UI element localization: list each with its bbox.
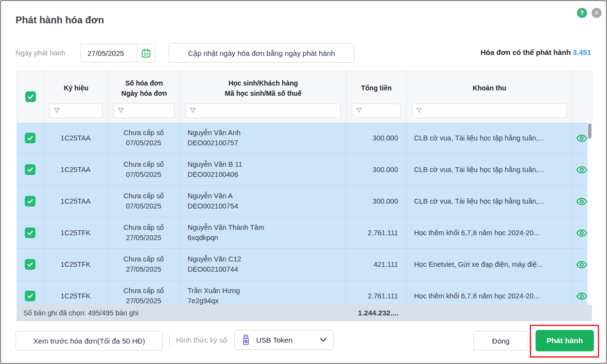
header-invoice-number: Số hóa đơn Ngày hóa đơn <box>108 71 180 122</box>
cell-customer: Trần Xuân Hưng7e2g94qx <box>180 280 346 305</box>
cell-symbol: 1C25TAA <box>44 186 108 217</box>
table-row: 1C25TAA Chưa cấp số07/05/2025 Nguyễn Văn… <box>17 154 592 186</box>
table-body: 1C25TAA Chưa cấp số07/05/2025 Nguyễn Văn… <box>17 122 592 305</box>
cell-fees: Học thêm khối 6,7,8 năm học 2024-20... <box>406 280 572 305</box>
row-checkbox[interactable] <box>25 227 35 238</box>
close-icon[interactable]: ✕ <box>591 8 602 18</box>
chevron-down-icon <box>320 338 327 342</box>
issue-date-input[interactable] <box>81 44 137 62</box>
table-scrollbar[interactable] <box>587 122 592 305</box>
cell-symbol: 1C25TFK <box>44 217 108 248</box>
cell-fees: CLB cờ vua, Tài liệu học tập hằng tuần,.… <box>406 154 572 185</box>
available-invoices-count: 3.451 <box>572 48 591 56</box>
table-row: 1C25TFK Chưa cấp số27/05/2025 Nguyễn Văn… <box>17 249 592 280</box>
update-invoice-date-button[interactable]: Cập nhật ngày hóa đơn bằng ngày phát hàn… <box>169 43 354 63</box>
checkmark-icon <box>27 166 34 173</box>
cell-fees: CLB cờ vua, Tài liệu học tập hằng tuần,.… <box>406 122 572 154</box>
cell-invoice-number: Chưa cấp số27/05/2025 <box>108 217 180 248</box>
cell-total: 300.000 <box>346 122 406 154</box>
header-view-column <box>572 71 592 122</box>
sign-method-dropdown[interactable]: USB Token <box>234 330 334 350</box>
eye-icon[interactable] <box>576 261 588 268</box>
cell-fees: Học thêm khối 6,7,8 năm học 2024-20... <box>406 217 572 248</box>
checkmark-icon <box>27 93 34 100</box>
available-invoices: Hóa đơn có thể phát hành3.451 <box>481 48 591 56</box>
table-row: 1C25TAA Chưa cấp số07/05/2025 Nguyễn Văn… <box>17 186 592 217</box>
eye-icon[interactable] <box>576 166 588 173</box>
usb-token-icon <box>242 334 250 346</box>
cell-total: 300.000 <box>346 186 406 217</box>
page-title: Phát hành hóa đơn <box>16 15 104 26</box>
checkmark-icon <box>27 261 34 268</box>
column-subtitle: Ngày hóa đơn <box>121 88 167 98</box>
sign-method-label: Hình thức ký số <box>176 336 227 344</box>
cell-total: 300.000 <box>346 154 406 185</box>
eye-icon[interactable] <box>576 229 588 237</box>
issue-invoice-dialog: Phát hành hóa đơn ? ✕ Ngày phát hành Cập… <box>0 0 607 364</box>
calendar-icon <box>141 48 151 58</box>
table-row: 1C25TFK Chưa cấp số27/05/2025 Trần Xuân … <box>17 280 592 305</box>
checkmark-icon <box>27 293 34 299</box>
cell-customer: Nguyễn Văn ADEO002100754 <box>180 186 346 217</box>
filter-symbol-input[interactable] <box>50 104 103 118</box>
scrollbar-thumb[interactable] <box>588 123 591 139</box>
close-dialog-button[interactable]: Đóng <box>473 331 528 350</box>
header-customer: Học sinh/Khách hàng Mã học sinh/Mã số th… <box>180 71 347 122</box>
cell-symbol: 1C25TFK <box>44 249 108 280</box>
filter-invoice-number-input[interactable] <box>114 104 174 118</box>
row-checkbox[interactable] <box>25 259 35 270</box>
column-title: Ký hiệu <box>64 83 88 93</box>
row-checkbox[interactable] <box>25 291 35 301</box>
footer-divider <box>169 335 170 347</box>
checkmark-icon <box>27 229 34 236</box>
cell-total: 2.761.111 <box>346 280 406 305</box>
filter-fees-input[interactable] <box>412 104 567 118</box>
cell-symbol: 1C25TFK <box>44 280 108 305</box>
checkmark-icon <box>27 198 34 205</box>
row-checkbox[interactable] <box>25 196 35 207</box>
column-title: Số hóa đơn <box>125 78 163 88</box>
selected-records-text: Số bản ghi đã chọn: 495/495 bản ghi <box>23 305 139 321</box>
column-subtitle: Mã học sinh/Mã số thuế <box>225 88 302 98</box>
row-checkbox[interactable] <box>25 133 35 143</box>
sign-method-value: USB Token <box>256 336 320 344</box>
cell-total: 421.111 <box>346 249 406 280</box>
header-checkbox-cell <box>17 71 44 122</box>
select-all-checkbox[interactable] <box>25 91 36 102</box>
column-title: Khoản thu <box>472 83 506 93</box>
row-checkbox[interactable] <box>25 164 35 175</box>
preview-invoices-button[interactable]: Xem trước hóa đơn(Tối đa 50 HĐ) <box>16 331 163 350</box>
cell-invoice-number: Chưa cấp số27/05/2025 <box>108 249 180 280</box>
filter-customer-input[interactable] <box>186 104 341 118</box>
issue-button[interactable]: Phát hành <box>536 330 594 351</box>
cell-symbol: 1C25TAA <box>44 122 108 154</box>
calendar-button[interactable] <box>137 44 155 62</box>
cell-invoice-number: Chưa cấp số07/05/2025 <box>108 154 180 185</box>
header-symbol: Ký hiệu <box>44 71 108 122</box>
cell-fees: CLB cờ vua, Tài liệu học tập hằng tuần,.… <box>406 186 572 217</box>
table-row: 1C25TFK Chưa cấp số27/05/2025 Nguyễn Văn… <box>17 217 592 249</box>
cell-invoice-number: Chưa cấp số27/05/2025 <box>108 280 180 305</box>
eye-icon[interactable] <box>576 135 588 142</box>
filter-total-input[interactable] <box>352 104 401 118</box>
available-invoices-label: Hóa đơn có thể phát hành <box>481 48 571 56</box>
help-icon[interactable]: ? <box>577 8 587 18</box>
header-total: Tổng tiền <box>347 71 407 122</box>
issue-date-label: Ngày phát hành <box>16 49 65 57</box>
header-fees: Khoản thu <box>407 71 572 122</box>
issue-date-field <box>80 44 156 62</box>
eye-icon[interactable] <box>576 293 588 300</box>
cell-invoice-number: Chưa cấp số07/05/2025 <box>108 186 180 217</box>
column-title: Học sinh/Khách hàng <box>228 78 298 88</box>
table-row: 1C25TAA Chưa cấp số07/05/2025 Nguyễn Văn… <box>17 122 592 154</box>
cell-symbol: 1C25TAA <box>44 154 108 185</box>
cell-customer: Nguyễn Văn AnhDEO002100757 <box>180 122 346 154</box>
total-amount-text: 1.244.232.... <box>308 305 399 321</box>
table-header-row: Ký hiệu Số hóa đơn Ngày hóa đơn Học <box>17 70 592 122</box>
cell-total: 2.761.111 <box>346 217 406 248</box>
cell-fees: Học Enetviet, Gửi xe đạp điện, máy điệ..… <box>406 249 572 280</box>
cell-invoice-number: Chưa cấp số07/05/2025 <box>108 122 180 154</box>
cell-customer: Nguyễn Văn C12DEO002100744 <box>180 249 346 280</box>
eye-icon[interactable] <box>576 198 588 205</box>
column-title: Tổng tiền <box>361 83 392 93</box>
